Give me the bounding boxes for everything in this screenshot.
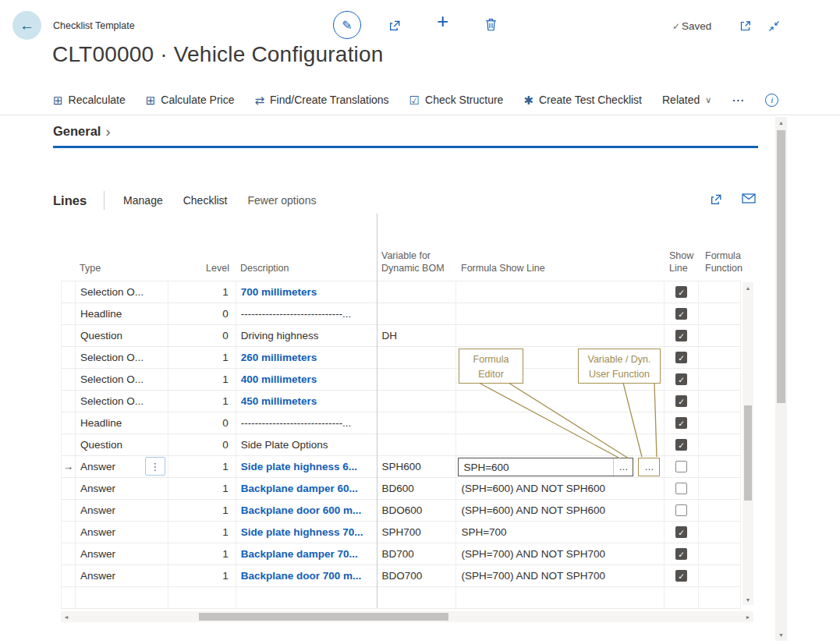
description-link[interactable]: 400 millimeters [241, 373, 317, 385]
description-link[interactable]: 700 millimeters [241, 286, 317, 298]
row-selector-cell [62, 478, 76, 499]
table-row[interactable]: Answer1Backplane door 700 m...BDO700(SPH… [61, 565, 741, 587]
column-header-description[interactable]: Description [240, 262, 289, 274]
related-menu-button[interactable]: Related ∨ [662, 94, 711, 106]
lines-part-header: Lines ManageChecklistFewer options [53, 190, 336, 211]
share-button[interactable] [388, 19, 402, 32]
scroll-down-icon[interactable]: ▼ [775, 629, 787, 641]
formula-show-line-input[interactable]: SPH=600… [458, 458, 633, 476]
description-link[interactable]: Backplane damper 60... [241, 483, 358, 494]
show-line-checkbox[interactable]: ✓ [675, 352, 687, 363]
row-context-menu-button[interactable]: ⋮ [145, 457, 165, 476]
table-row[interactable]: Headline0-----------------------------..… [61, 303, 741, 325]
recalculate-icon: ⊞ [53, 94, 63, 106]
table-row[interactable]: Headline0-----------------------------..… [61, 412, 741, 434]
open-in-new-window-button[interactable] [739, 19, 752, 32]
formula-function-cell [699, 543, 741, 564]
formula-function-cell [699, 325, 741, 346]
table-horizontal-scrollbar[interactable]: ◄ ► [61, 611, 753, 622]
show-line-checkbox[interactable] [675, 504, 687, 516]
column-header-type[interactable]: Type [80, 262, 101, 274]
chevron-right-icon: › [105, 125, 110, 139]
show-line-checkbox[interactable]: ✓ [675, 439, 687, 451]
show-line-checkbox[interactable]: ✓ [675, 286, 687, 298]
add-button[interactable]: + [437, 11, 448, 31]
table-vertical-scrollbar[interactable]: ▲ ▼ [743, 282, 753, 605]
show-line-checkbox[interactable] [675, 461, 687, 472]
scroll-up-icon[interactable]: ▲ [775, 117, 787, 129]
description-link[interactable]: 260 millimeters [241, 352, 317, 363]
callout-variable-user-function: Variable / Dyn. User Function [578, 349, 661, 384]
description-link[interactable]: Backplane damper 70... [241, 548, 358, 560]
share-part-button[interactable] [710, 193, 723, 206]
action-recalculate[interactable]: ⊞Recalculate [53, 94, 126, 106]
action-check-structure[interactable]: ☑Check Structure [409, 94, 504, 106]
tab-checklist[interactable]: Checklist [183, 194, 228, 207]
back-button[interactable]: ← [12, 11, 41, 40]
collapse-page-button[interactable] [768, 20, 780, 32]
show-line-cell: ✓ [665, 369, 699, 390]
table-row[interactable]: →Answer⋮1Side plate highness 6...SPH600S… [61, 456, 741, 478]
table-row[interactable]: Question0Side Plate Options✓ [61, 434, 741, 456]
table-row[interactable]: Answer1Backplane damper 60...BD600(SPH=6… [61, 478, 741, 500]
table-row[interactable]: Selection O...1450 millimeters✓ [61, 391, 741, 412]
formula-cell: SPH=600…… [456, 456, 665, 477]
show-line-checkbox[interactable]: ✓ [675, 395, 687, 407]
formula-editor-assist-button[interactable]: … [613, 458, 633, 476]
action-calculate-price[interactable]: ⊞Calculate Price [146, 94, 235, 106]
general-section-header[interactable]: General › [53, 124, 110, 139]
variable-function-assist-button[interactable]: … [638, 458, 660, 476]
delete-button[interactable] [485, 18, 497, 31]
show-line-checkbox[interactable] [675, 483, 687, 494]
column-header-level[interactable]: Level [206, 262, 229, 274]
more-options-button[interactable]: ⋯ [732, 93, 745, 108]
row-type-text: Question [80, 330, 122, 341]
show-line-checkbox[interactable]: ✓ [675, 526, 687, 538]
column-header-formula-function[interactable]: Formula Function [705, 249, 743, 275]
show-line-checkbox[interactable]: ✓ [675, 373, 687, 385]
page-vertical-scrollbar[interactable]: ▲ ▼ [775, 117, 787, 641]
action-create-test-checklist[interactable]: ✱Create Test Checklist [523, 94, 642, 106]
scroll-down-icon[interactable]: ▼ [743, 594, 753, 605]
tab-fewer-options[interactable]: Fewer options [248, 194, 317, 207]
scroll-left-icon[interactable]: ◄ [61, 611, 72, 622]
email-part-button[interactable] [742, 193, 756, 206]
formula-function-cell [699, 456, 741, 477]
table-row[interactable]: Selection O...1700 millimeters✓ [61, 281, 741, 303]
table-row[interactable]: Answer1Backplane door 600 m...BDO600(SPH… [61, 500, 741, 522]
empty-cell [168, 587, 236, 608]
table-row[interactable]: Answer1Side plate highness 70...SPH700SP… [61, 522, 741, 543]
callout-text: Formula [464, 352, 518, 367]
row-type-text: Answer [80, 461, 115, 472]
column-header-show-line[interactable]: Show Line [669, 249, 693, 275]
table-row[interactable]: Answer1Backplane damper 70...BD700(SPH=7… [61, 543, 741, 565]
description-link[interactable]: Side plate highness 6... [241, 461, 357, 472]
page-scrollbar-thumb[interactable] [777, 130, 785, 403]
description-link[interactable]: Backplane door 700 m... [241, 570, 362, 582]
show-line-checkbox[interactable]: ✓ [675, 570, 687, 582]
description-link[interactable]: Side plate highness 70... [241, 526, 363, 538]
info-button[interactable]: i [765, 94, 778, 107]
level-cell: 1 [168, 281, 236, 303]
tab-manage[interactable]: Manage [123, 194, 163, 207]
action-find-create-translations[interactable]: ⇄Find/Create Translations [254, 94, 388, 106]
scroll-up-icon[interactable]: ▲ [743, 282, 753, 293]
show-line-checkbox[interactable]: ✓ [675, 548, 687, 560]
table-scrollbar-thumb[interactable] [744, 405, 752, 501]
column-header-formula[interactable]: Formula Show Line [461, 262, 545, 274]
edit-button[interactable]: ✎ [333, 11, 361, 39]
scroll-right-icon[interactable]: ► [743, 611, 753, 622]
description-text: -----------------------------... [241, 417, 352, 429]
row-selector-cell [62, 565, 76, 586]
show-line-checkbox[interactable]: ✓ [675, 330, 687, 341]
description-link[interactable]: 450 millimeters [241, 395, 317, 407]
type-cell: Question [76, 434, 168, 455]
show-line-checkbox[interactable]: ✓ [675, 417, 687, 429]
description-link[interactable]: Backplane door 600 m... [241, 504, 362, 516]
column-header-variable[interactable]: Variable for Dynamic BOM [381, 249, 445, 275]
table-row[interactable]: Question0Driving highnessDH✓ [61, 325, 741, 347]
lines-title: Lines [53, 193, 87, 208]
show-line-checkbox[interactable]: ✓ [675, 308, 687, 320]
horizontal-scrollbar-thumb[interactable] [199, 613, 448, 621]
callout-text: Variable / Dyn. [583, 352, 655, 367]
